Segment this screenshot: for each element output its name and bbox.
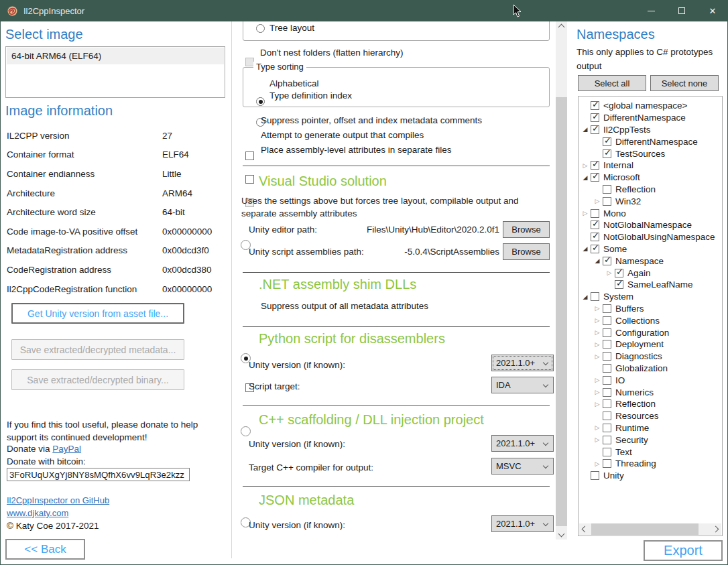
namespace-checkbox[interactable]: [591, 101, 599, 110]
expand-icon[interactable]: ▷: [592, 303, 603, 314]
tree-item[interactable]: ▷Collections: [579, 314, 722, 326]
namespace-tree[interactable]: <global namespace>DifferentNamespace◢Il2…: [578, 96, 723, 536]
tree-item[interactable]: DifferentNamespace: [579, 135, 722, 147]
tree-item[interactable]: DifferentNamespace: [579, 112, 722, 124]
export-button[interactable]: Export: [644, 540, 723, 561]
script-target-dropdown[interactable]: IDA: [491, 377, 554, 393]
minimize-button[interactable]: [635, 0, 666, 21]
tree-item[interactable]: Reflection: [579, 184, 722, 196]
namespace-checkbox[interactable]: [591, 113, 599, 122]
namespace-checkbox[interactable]: [603, 399, 611, 408]
website-link[interactable]: www.djkaty.com: [7, 508, 68, 518]
namespace-checkbox[interactable]: [603, 340, 611, 349]
expand-icon[interactable]: ▷: [580, 208, 591, 218]
tree-item[interactable]: ▷Numerics: [579, 386, 722, 398]
tree-item[interactable]: Resources: [579, 410, 722, 422]
collapse-icon[interactable]: ◢: [592, 255, 603, 266]
alphabetical-radio[interactable]: [256, 97, 265, 106]
namespace-checkbox[interactable]: [603, 412, 611, 420]
namespace-checkbox[interactable]: [603, 149, 611, 158]
expand-icon[interactable]: ▷: [592, 315, 603, 326]
maximize-button[interactable]: [666, 0, 697, 21]
tree-item[interactable]: ◢System: [579, 291, 722, 303]
cpp-unity-version-dropdown[interactable]: 2021.1.0+: [491, 435, 554, 452]
expand-icon[interactable]: ▷: [592, 327, 603, 338]
namespace-checkbox[interactable]: [591, 245, 599, 253]
script-assemblies-path-value[interactable]: -5.0.4\ScriptAssemblies: [328, 247, 499, 257]
expand-icon[interactable]: ▷: [604, 267, 615, 278]
collapse-icon[interactable]: ◢: [580, 243, 591, 254]
tree-item[interactable]: NotGlobalUsingNamespace: [579, 231, 722, 243]
tree-item[interactable]: ◢Some: [579, 243, 722, 255]
tree-item[interactable]: ◢Microsoft: [579, 172, 722, 184]
namespace-checkbox[interactable]: [603, 197, 611, 206]
namespace-checkbox[interactable]: [615, 280, 623, 289]
tree-horizontal-scrollbar[interactable]: [579, 523, 721, 535]
namespace-checkbox[interactable]: [591, 471, 599, 480]
image-listbox[interactable]: 64-bit ARM64 (ELF64): [5, 46, 225, 98]
namespace-checkbox[interactable]: [603, 316, 611, 325]
namespace-checkbox[interactable]: [603, 137, 611, 146]
select-none-button[interactable]: Select none: [650, 75, 719, 91]
namespace-checkbox[interactable]: [591, 173, 599, 182]
namespace-checkbox[interactable]: [603, 304, 611, 313]
namespace-checkbox[interactable]: [603, 459, 611, 468]
collapse-icon[interactable]: ◢: [580, 124, 591, 135]
scrollbar-thumb[interactable]: [591, 523, 699, 535]
json-unity-version-dropdown[interactable]: 2021.1.0+: [491, 515, 554, 532]
tree-item[interactable]: Text: [579, 446, 722, 458]
image-list-item[interactable]: 64-bit ARM64 (ELF64): [7, 48, 224, 64]
expand-icon[interactable]: ▷: [592, 458, 603, 469]
bitcoin-address-input[interactable]: 3FoRUqUXgYj8NY8sMQfhX6vv9LqR3e2kzz: [7, 468, 190, 481]
scroll-up-button[interactable]: [556, 21, 567, 33]
tree-item[interactable]: ▷Threading: [579, 458, 722, 470]
unity-editor-path-value[interactable]: Files\Unity\Hub\Editor\2020.2.0f1: [328, 225, 499, 235]
select-all-button[interactable]: Select all: [578, 75, 646, 91]
namespace-checkbox[interactable]: [603, 352, 611, 361]
close-button[interactable]: ✕: [697, 0, 728, 21]
namespace-checkbox[interactable]: [603, 328, 611, 337]
namespace-checkbox[interactable]: [615, 269, 623, 277]
namespace-checkbox[interactable]: [603, 185, 611, 194]
collapse-icon[interactable]: ◢: [580, 172, 591, 183]
namespace-checkbox[interactable]: [603, 388, 611, 397]
cpp-compiler-dropdown[interactable]: MSVC: [491, 458, 554, 475]
tree-item[interactable]: <global namespace>: [579, 100, 722, 112]
collapse-icon[interactable]: ◢: [580, 292, 591, 302]
tree-item[interactable]: ▷Reflection: [579, 398, 722, 410]
tree-item[interactable]: ▷Deployment: [579, 338, 722, 351]
tree-item[interactable]: TestSources: [579, 147, 722, 160]
tree-item[interactable]: ▷Configuration: [579, 326, 722, 338]
namespace-checkbox[interactable]: [591, 125, 599, 134]
tree-item[interactable]: NotGlobalNamespace: [579, 219, 722, 231]
expand-icon[interactable]: ▷: [580, 160, 591, 171]
scroll-down-button[interactable]: [556, 528, 567, 540]
namespace-checkbox[interactable]: [591, 221, 599, 229]
tree-item[interactable]: ▷Security: [579, 434, 722, 446]
tree-item[interactable]: ▷Internal: [579, 160, 722, 172]
namespace-checkbox[interactable]: [603, 424, 611, 432]
namespace-checkbox[interactable]: [603, 257, 611, 265]
expand-icon[interactable]: ▷: [592, 387, 603, 397]
tree-item[interactable]: ◢Il2CppTests: [579, 124, 722, 136]
expand-icon[interactable]: ▷: [592, 351, 603, 362]
expand-icon[interactable]: ▷: [592, 196, 603, 206]
tree-item[interactable]: Unity: [579, 470, 722, 482]
tree-item[interactable]: ◢Namespace: [579, 255, 722, 267]
tree-item[interactable]: ▷Again: [579, 267, 722, 279]
browse-assemblies-path-button[interactable]: Browse: [503, 243, 550, 260]
tree-item[interactable]: Globalization: [579, 363, 722, 375]
tree-item[interactable]: ▷Runtime: [579, 422, 722, 434]
namespace-checkbox[interactable]: [603, 364, 611, 373]
tree-item[interactable]: ▷IO: [579, 374, 722, 386]
tree-layout-radio[interactable]: [256, 24, 265, 33]
namespace-checkbox[interactable]: [591, 161, 599, 170]
tree-item[interactable]: ▷Mono: [579, 207, 722, 219]
paypal-link[interactable]: PayPal: [52, 444, 81, 454]
github-link[interactable]: Il2CppInspector on GitHub: [7, 495, 109, 505]
tree-item[interactable]: ▷Buffers: [579, 303, 722, 315]
namespace-checkbox[interactable]: [591, 292, 599, 301]
python-unity-version-dropdown[interactable]: 2021.1.0+: [491, 355, 554, 371]
namespace-checkbox[interactable]: [603, 448, 611, 456]
tree-item[interactable]: ▷Win32: [579, 195, 722, 207]
